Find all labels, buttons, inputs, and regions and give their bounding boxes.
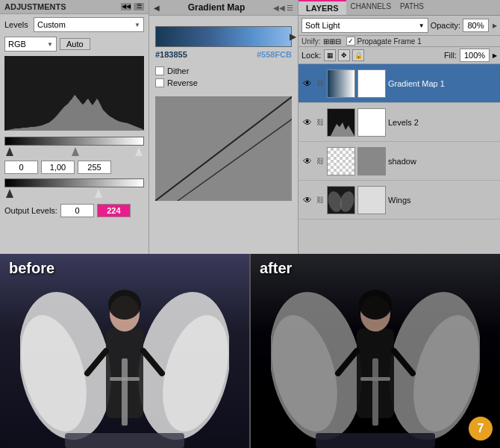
lock-all-btn[interactable]: 🔒 [352, 49, 364, 61]
gradient-bar[interactable] [155, 26, 292, 47]
input-values-row: 0 1,00 255 [0, 159, 149, 175]
layer-thumb-levels [327, 108, 355, 137]
svg-rect-21 [65, 433, 184, 448]
fill-label: Fill: [444, 51, 457, 60]
auto-button[interactable]: Auto [60, 38, 90, 50]
unify-icons-group: ⊞⊞⊟ [323, 37, 341, 46]
propagate-label: Propagate Frame 1 [357, 37, 422, 46]
gradient-map-header: ◀ Gradient Map ◀◀ ☰ [149, 0, 298, 16]
input-slider-handles [4, 147, 144, 158]
output-handle-white[interactable] [95, 189, 102, 198]
layer-name-gradient: Gradient Map 1 [388, 79, 497, 88]
blend-arrow-icon: ▼ [419, 22, 425, 29]
svg-rect-31 [372, 358, 378, 426]
histogram-chart [4, 56, 144, 131]
gradient-color-left: #183855 [155, 50, 187, 59]
svg-point-28 [359, 290, 392, 320]
blend-mode-dropdown[interactable]: Soft Light ▼ [301, 18, 428, 33]
menu-icon[interactable]: ☰ [134, 3, 144, 10]
layer-thumb-gradient [327, 69, 355, 98]
layer-list: 👁 ⛓ Gradient Map 1 👁 ⛓ [299, 64, 500, 220]
input-max-value[interactable]: 255 [78, 161, 111, 174]
output-max-value[interactable]: 224 [97, 204, 131, 217]
layer-visibility-eye-shadow[interactable]: 👁 [301, 155, 313, 167]
layer-item-shadow[interactable]: 👁 ⛓ shadow [299, 142, 500, 181]
before-after-section: before after [0, 254, 500, 448]
unify-label: Unify: [301, 37, 321, 46]
fill-arrow-icon[interactable]: ▶ [493, 52, 497, 59]
gradient-map-title: Gradient Map [188, 2, 246, 13]
before-label: before [9, 260, 54, 277]
input-handle-black[interactable] [6, 147, 13, 156]
propagate-checkbox[interactable]: ✓ [346, 37, 355, 46]
gradient-preview-svg [155, 96, 292, 201]
svg-rect-33 [316, 433, 435, 448]
svg-rect-32 [360, 377, 390, 381]
gradient-header-icons: ◀◀ ☰ [273, 4, 293, 12]
input-gradient-track [4, 137, 144, 146]
opacity-arrow-icon[interactable]: ▶ [493, 22, 497, 29]
input-mid-value[interactable]: 1,00 [41, 161, 75, 174]
opacity-label: Opacity: [431, 21, 460, 30]
after-panel: after 7 [249, 254, 500, 448]
layer-chain-wings: ⛓ [316, 194, 325, 206]
lock-label: Lock: [301, 51, 321, 60]
reverse-checkbox[interactable] [155, 78, 164, 87]
layer-name-levels: Levels 2 [388, 118, 497, 127]
layer-item-levels[interactable]: 👁 ⛓ Levels 2 [299, 103, 500, 142]
layer-visibility-eye-gradient[interactable]: 👁 [301, 78, 313, 90]
svg-point-16 [108, 290, 141, 320]
layer-item-wings[interactable]: 👁 ⛓ Wings [299, 181, 500, 220]
layer-chain-gradient: ⛓ [316, 78, 325, 90]
gradient-collapse-icon[interactable]: ◀◀ [273, 4, 285, 12]
output-handle-black[interactable] [6, 189, 13, 198]
layer-visibility-eye-wings[interactable]: 👁 [301, 194, 313, 206]
fill-value[interactable]: 100% [460, 49, 490, 62]
layer-visibility-eye-levels[interactable]: 👁 [301, 116, 313, 128]
opacity-value[interactable]: 80% [463, 19, 489, 32]
dropdown-arrow-icon: ▼ [134, 22, 140, 28]
output-slider-handles [4, 189, 144, 199]
layer-mask-wings [357, 186, 386, 214]
output-gradient-track [4, 178, 144, 187]
levels-label: Levels [4, 20, 31, 29]
after-angel-figure [271, 269, 480, 448]
after-label: after [260, 260, 292, 277]
gradient-expand-icon[interactable]: ▶ [290, 31, 296, 42]
layer-mask-gradient [357, 69, 386, 98]
layer-mask-shadow [357, 147, 386, 175]
input-min-value[interactable]: 0 [4, 161, 38, 174]
layers-panel: LAYERS CHANNELS PATHS Soft Light ▼ Opaci… [299, 0, 500, 254]
output-label: Output Levels: [4, 206, 57, 215]
svg-rect-20 [110, 377, 140, 381]
lock-move-btn[interactable]: ✥ [338, 49, 350, 61]
before-panel: before [0, 254, 249, 448]
layer-thumb-wings [327, 186, 355, 214]
gradient-preview-area [155, 96, 292, 201]
levels-preset-dropdown[interactable]: Custom ▼ [34, 17, 144, 32]
gradient-color-right: #558FCB [257, 50, 292, 59]
output-min-value[interactable]: 0 [60, 204, 94, 217]
blend-mode-row: Soft Light ▼ Opacity: 80% ▶ [299, 16, 500, 36]
layer-name-wings: Wings [388, 196, 497, 205]
input-slider-container [0, 134, 149, 159]
tab-paths[interactable]: PATHS [396, 0, 428, 15]
gradient-color-labels: #183855 #558FCB [149, 50, 298, 59]
layer-chain-levels: ⛓ [316, 116, 325, 128]
input-handle-white[interactable] [135, 147, 143, 156]
lock-checker-btn[interactable]: ▦ [324, 49, 336, 61]
collapse-icon[interactable]: ◀◀ [121, 3, 131, 10]
panel-header-icons: ◀◀ ☰ [121, 3, 144, 10]
svg-rect-19 [122, 358, 128, 426]
layer-item-gradient-map[interactable]: 👁 ⛓ Gradient Map 1 [299, 64, 500, 103]
gradient-map-back-icon: ◀ [154, 4, 160, 12]
dither-row: Dither [149, 65, 298, 77]
tab-layers[interactable]: LAYERS [299, 0, 346, 15]
dither-checkbox[interactable] [155, 66, 164, 75]
output-slider-container [0, 175, 149, 201]
channel-dropdown[interactable]: RGB ▼ [4, 37, 57, 52]
input-handle-mid[interactable] [72, 147, 79, 156]
levels-panel: ADJUSTMENTS ◀◀ ☰ Levels Custom ▼ RGB ▼ A… [0, 0, 149, 254]
tab-channels[interactable]: CHANNELS [346, 0, 396, 15]
gradient-menu-icon[interactable]: ☰ [287, 4, 293, 12]
